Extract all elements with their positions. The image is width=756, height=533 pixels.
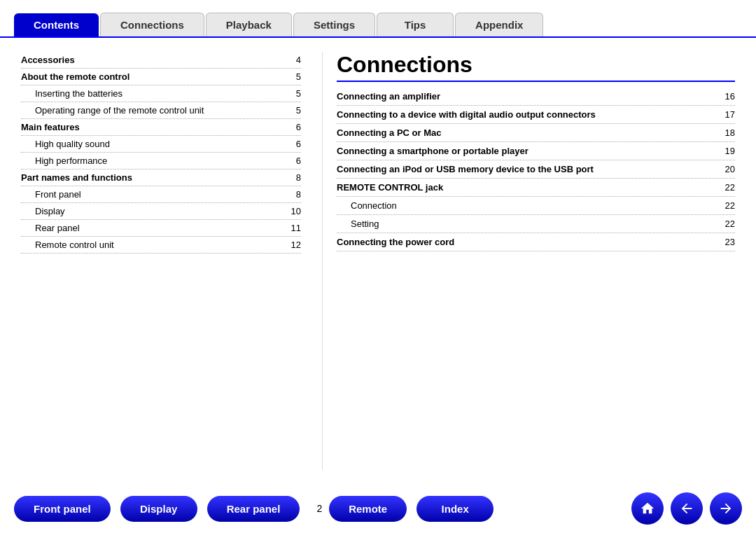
front-panel-button[interactable]: Front panel — [14, 496, 111, 522]
page-number: 2 — [316, 503, 322, 514]
toc-item: Rear panel11 — [21, 220, 301, 237]
conn-item-title: Connecting the power cord — [337, 237, 721, 247]
toc-item: Part names and functions8 — [21, 169, 301, 186]
toc-item: Remote control unit12 — [21, 237, 301, 254]
toc-item-page: 6 — [287, 122, 301, 132]
back-icon — [679, 501, 694, 516]
toc-item: High quality sound6 — [21, 136, 301, 153]
toc-item: Main features6 — [21, 119, 301, 136]
toc-item-title: Inserting the batteries — [35, 88, 287, 99]
toc-item-title: High quality sound — [35, 139, 287, 149]
toc-item-title: Accessories — [21, 55, 287, 65]
icon-buttons — [631, 492, 742, 525]
toc-item: About the remote control5 — [21, 69, 301, 85]
index-button[interactable]: Index — [416, 496, 493, 522]
conn-item: Connecting an amplifier16 — [337, 88, 735, 106]
display-button[interactable]: Display — [120, 496, 197, 522]
toc-item-title: High performance — [35, 155, 287, 166]
tab-settings[interactable]: Settings — [293, 13, 375, 36]
tab-playback[interactable]: Playback — [206, 13, 292, 36]
table-of-contents: Accessories4About the remote control5Ins… — [21, 52, 322, 470]
conn-item: Connecting the power cord23 — [337, 233, 735, 251]
conn-item-page: 22 — [721, 219, 735, 229]
toc-item-page: 5 — [287, 88, 301, 99]
conn-item: Connecting a smartphone or portable play… — [337, 142, 735, 160]
conn-item-title: Connecting to a device with digital audi… — [337, 109, 721, 120]
tab-tips-label: Tips — [405, 19, 426, 31]
toc-item-page: 6 — [287, 155, 301, 166]
tab-tips[interactable]: Tips — [377, 13, 454, 36]
conn-item-title: REMOTE CONTROL jack — [337, 182, 721, 193]
conn-item-page: 23 — [721, 237, 735, 247]
toc-item-page: 4 — [287, 55, 301, 65]
conn-item-page: 16 — [721, 91, 735, 102]
conn-item-page: 17 — [721, 109, 735, 120]
conn-item: Connecting a PC or Mac18 — [337, 124, 735, 142]
conn-item: Connection22 — [337, 197, 735, 215]
tab-contents[interactable]: Contents — [14, 13, 99, 36]
conn-item: REMOTE CONTROL jack22 — [337, 179, 735, 197]
toc-item-title: About the remote control — [21, 71, 287, 82]
home-button[interactable] — [631, 492, 664, 525]
forward-icon — [718, 501, 734, 516]
toc-item: High performance6 — [21, 153, 301, 169]
toc-item-page: 12 — [287, 240, 301, 250]
tab-settings-label: Settings — [314, 19, 355, 31]
forward-button[interactable] — [710, 492, 742, 525]
tab-connections[interactable]: Connections — [100, 13, 204, 36]
toc-item-page: 5 — [287, 105, 301, 116]
conn-item-page: 18 — [721, 127, 735, 138]
conn-item: Setting22 — [337, 215, 735, 233]
top-navigation: Contents Connections Playback Settings T… — [0, 0, 756, 38]
conn-item-title: Connecting an amplifier — [337, 91, 721, 102]
toc-item-page: 6 — [287, 139, 301, 149]
toc-item-title: Part names and functions — [21, 172, 287, 183]
connections-title: Connections — [337, 52, 735, 82]
conn-item-title: Connecting an iPod or USB memory device … — [337, 164, 721, 174]
rear-panel-button[interactable]: Rear panel — [207, 496, 300, 522]
tab-playback-label: Playback — [226, 19, 272, 31]
back-button[interactable] — [671, 492, 703, 525]
toc-item-title: Operating range of the remote control un… — [35, 105, 287, 116]
toc-item-page: 5 — [287, 71, 301, 82]
tab-appendix[interactable]: Appendix — [455, 13, 543, 36]
toc-item-page: 8 — [287, 189, 301, 200]
conn-item-title: Connecting a PC or Mac — [337, 127, 721, 138]
toc-item: Operating range of the remote control un… — [21, 102, 301, 119]
conn-item-title: Setting — [351, 219, 721, 229]
tab-contents-label: Contents — [34, 19, 79, 31]
conn-item-page: 22 — [721, 200, 735, 211]
toc-item-title: Rear panel — [35, 223, 287, 233]
toc-item: Display10 — [21, 203, 301, 220]
connections-section: Connections Connecting an amplifier16Con… — [322, 52, 735, 470]
toc-item-title: Remote control unit — [35, 240, 287, 250]
toc-item-title: Display — [35, 206, 287, 216]
main-content: Accessories4About the remote control5Ins… — [0, 38, 756, 484]
remote-button[interactable]: Remote — [329, 496, 407, 522]
conn-item-title: Connecting a smartphone or portable play… — [337, 146, 721, 156]
conn-item-page: 19 — [721, 146, 735, 156]
conn-item-page: 22 — [721, 182, 735, 193]
toc-item-page: 8 — [287, 172, 301, 183]
conn-item-title: Connection — [351, 200, 721, 211]
toc-item: Inserting the batteries5 — [21, 85, 301, 102]
tab-appendix-label: Appendix — [475, 19, 523, 31]
home-icon — [640, 501, 655, 516]
tab-connections-label: Connections — [120, 19, 184, 31]
toc-item-title: Main features — [21, 122, 287, 132]
toc-item-title: Front panel — [35, 189, 287, 200]
conn-item-page: 20 — [721, 164, 735, 174]
toc-item-page: 11 — [287, 223, 301, 233]
toc-item-page: 10 — [287, 206, 301, 216]
toc-item: Front panel8 — [21, 186, 301, 203]
bottom-navigation: Front panel Display Rear panel 2 Remote … — [0, 484, 756, 533]
toc-item: Accessories4 — [21, 52, 301, 69]
conn-item: Connecting an iPod or USB memory device … — [337, 160, 735, 179]
conn-item: Connecting to a device with digital audi… — [337, 106, 735, 124]
